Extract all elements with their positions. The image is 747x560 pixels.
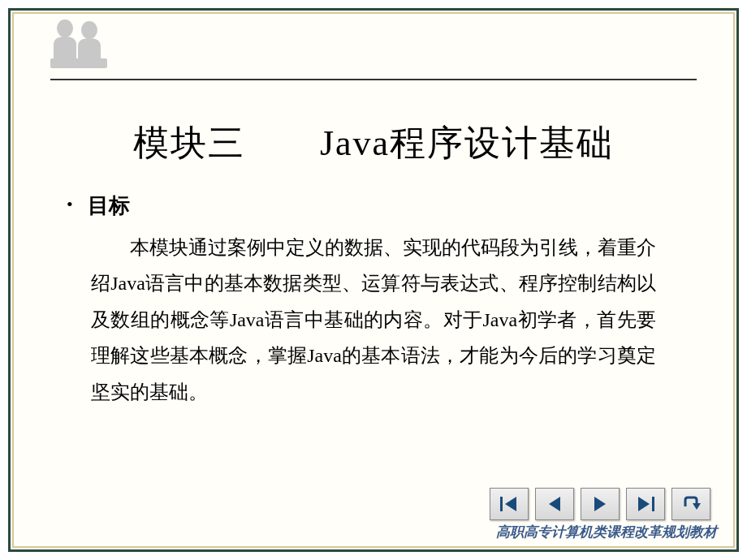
svg-marker-5 <box>549 497 560 511</box>
svg-rect-3 <box>500 497 503 511</box>
footer-text: 高职高专计算机类课程改革规划教材 <box>496 523 717 541</box>
subtitle-label: 目标 <box>88 192 130 220</box>
subtitle-row: • 目标 <box>67 192 656 220</box>
nav-next-button[interactable] <box>581 488 620 520</box>
nav-prev-button[interactable] <box>535 488 574 520</box>
return-icon <box>680 493 702 515</box>
slide-frame-inner: 模块三 Java程序设计基础 • 目标 本模块通过案例中定义的数据、实现的代码段… <box>12 12 735 548</box>
body-paragraph: 本模块通过案例中定义的数据、实现的代码段为引线，着重介绍Java语言中的基本数据… <box>91 230 656 410</box>
slide-content: • 目标 本模块通过案例中定义的数据、实现的代码段为引线，着重介绍Java语言中… <box>14 192 733 410</box>
last-icon <box>635 493 656 515</box>
svg-marker-7 <box>638 497 650 511</box>
prev-icon <box>544 493 565 515</box>
header-area <box>14 14 733 83</box>
nav-last-button[interactable] <box>626 488 665 520</box>
svg-rect-2 <box>50 58 107 68</box>
slide-title: 模块三 Java程序设计基础 <box>14 119 733 167</box>
svg-marker-4 <box>505 497 516 511</box>
svg-point-1 <box>81 21 97 39</box>
header-divider <box>50 79 697 80</box>
svg-marker-9 <box>693 503 701 510</box>
next-icon <box>589 493 611 515</box>
svg-rect-8 <box>652 497 654 511</box>
nav-return-button[interactable] <box>671 488 710 520</box>
svg-point-0 <box>57 19 73 37</box>
slide-frame-outer: 模块三 Java程序设计基础 • 目标 本模块通过案例中定义的数据、实现的代码段… <box>8 8 739 552</box>
bullet-icon: • <box>67 192 73 218</box>
people-silhouette-icon <box>42 14 119 75</box>
nav-button-group <box>490 488 710 520</box>
svg-marker-6 <box>594 497 606 511</box>
nav-first-button[interactable] <box>490 488 529 520</box>
first-icon <box>499 493 520 515</box>
